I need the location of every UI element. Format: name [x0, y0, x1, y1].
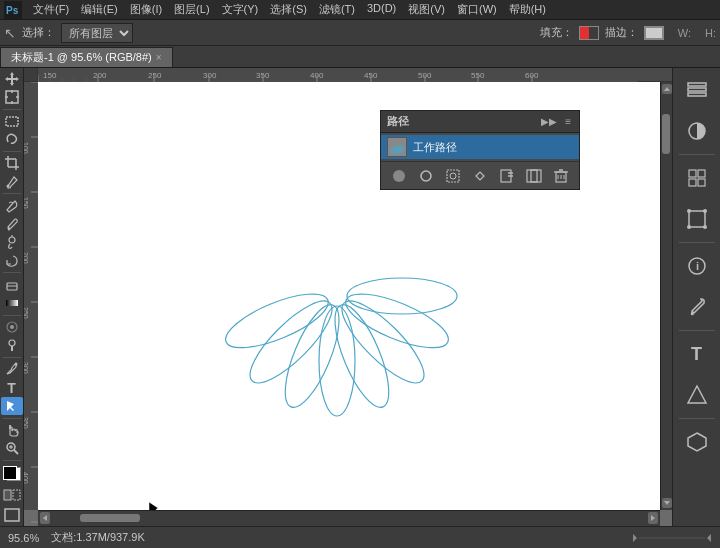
- path-item-work[interactable]: 工作路径: [381, 135, 579, 159]
- menu-filter[interactable]: 滤镜(T): [314, 1, 360, 18]
- panel-info[interactable]: i: [677, 246, 717, 286]
- ruler-left: 100 150 200 250 300 350 400 450: [24, 82, 38, 510]
- tool-pen[interactable]: [1, 361, 23, 378]
- tool-dodge[interactable]: [1, 337, 23, 354]
- status-bar: 95.6% 文档:1.37M/937.9K: [0, 526, 720, 548]
- tool-brush[interactable]: [1, 215, 23, 232]
- scroll-thumb-v[interactable]: [662, 114, 670, 154]
- panel-layers[interactable]: [677, 70, 717, 110]
- panel-adjustments[interactable]: [677, 111, 717, 151]
- svg-point-91: [687, 209, 691, 213]
- nav-arrows: [632, 531, 712, 545]
- tool-quick-mask[interactable]: [1, 486, 23, 504]
- tool-hand[interactable]: [1, 422, 23, 439]
- path-load-btn[interactable]: [443, 166, 463, 186]
- scrollbar-right[interactable]: [660, 82, 672, 510]
- svg-rect-86: [689, 170, 696, 177]
- svg-point-74: [347, 278, 457, 314]
- tool-blur[interactable]: [1, 318, 23, 335]
- tool-arrow: ↖: [4, 25, 16, 41]
- tool-screen-mode[interactable]: [1, 507, 23, 524]
- path-panel-title: 路径: [387, 114, 409, 129]
- path-new-btn[interactable]: [497, 166, 517, 186]
- tool-eraser[interactable]: [1, 276, 23, 293]
- path-thumbnail: [387, 137, 407, 157]
- svg-rect-90: [689, 211, 705, 227]
- ps-logo: Ps: [4, 1, 22, 19]
- panel-3d[interactable]: [677, 422, 717, 462]
- tool-type[interactable]: T: [1, 379, 23, 396]
- menu-file[interactable]: 文件(F): [28, 1, 74, 18]
- svg-rect-88: [689, 179, 696, 186]
- svg-rect-30: [5, 509, 19, 521]
- tool-sep-3: [3, 193, 21, 194]
- tool-spot-heal[interactable]: [1, 197, 23, 214]
- svg-point-75: [339, 283, 454, 358]
- tool-crop[interactable]: [1, 155, 23, 172]
- stroke-swatch[interactable]: [644, 26, 664, 40]
- menu-bar: Ps 文件(F) 编辑(E) 图像(I) 图层(L) 文字(Y) 选择(S) 滤…: [0, 0, 720, 20]
- menu-window[interactable]: 窗口(W): [452, 1, 502, 18]
- menu-3d[interactable]: 3D(D): [362, 1, 401, 18]
- menu-image[interactable]: 图像(I): [125, 1, 167, 18]
- select-dropdown[interactable]: 所有图层: [61, 23, 133, 43]
- fg-color[interactable]: [3, 466, 17, 480]
- menu-help[interactable]: 帮助(H): [504, 1, 551, 18]
- svg-rect-28: [4, 490, 11, 500]
- panel-transform[interactable]: [677, 199, 717, 239]
- menu-edit[interactable]: 编辑(E): [76, 1, 123, 18]
- tool-gradient[interactable]: [1, 294, 23, 311]
- path-panel-menu[interactable]: ≡: [563, 116, 573, 127]
- svg-rect-83: [688, 88, 706, 91]
- panel-channels[interactable]: [677, 158, 717, 198]
- path-stroke-btn[interactable]: [416, 166, 436, 186]
- path-panel-expand[interactable]: ▶▶: [539, 116, 559, 127]
- tool-lasso[interactable]: [1, 131, 23, 148]
- svg-rect-108: [447, 170, 459, 182]
- fill-swatch[interactable]: [579, 26, 599, 40]
- tool-artboard[interactable]: [1, 88, 23, 105]
- scroll-up-btn[interactable]: [662, 84, 672, 94]
- svg-text:100: 100: [24, 142, 29, 154]
- menu-type[interactable]: 文字(Y): [217, 1, 264, 18]
- color-swatches[interactable]: [1, 464, 23, 483]
- tool-sep-2: [3, 151, 21, 152]
- tab-close-btn[interactable]: ×: [156, 52, 162, 63]
- svg-point-19: [10, 325, 14, 329]
- width-label: W:: [678, 27, 691, 39]
- scroll-left-btn[interactable]: [40, 512, 50, 524]
- tab-bar: 未标题-1 @ 95.6% (RGB/8#) ×: [0, 46, 720, 68]
- svg-rect-84: [688, 83, 706, 86]
- scroll-down-btn[interactable]: [662, 498, 672, 508]
- tool-clone[interactable]: [1, 234, 23, 251]
- scroll-thumb-h[interactable]: [80, 514, 140, 522]
- scrollbar-bottom[interactable]: [38, 510, 660, 526]
- panel-brush-settings[interactable]: [677, 287, 717, 327]
- svg-point-81: [219, 283, 334, 358]
- path-add-btn[interactable]: [524, 166, 544, 186]
- panel-type-tool[interactable]: T: [677, 334, 717, 374]
- tool-path-select[interactable]: [1, 397, 23, 414]
- svg-point-94: [703, 225, 707, 229]
- scroll-right-btn[interactable]: [648, 512, 658, 524]
- path-delete-btn[interactable]: [551, 166, 571, 186]
- tool-history-brush[interactable]: [1, 252, 23, 269]
- svg-text:350: 350: [24, 417, 29, 429]
- path-make-btn[interactable]: [470, 166, 490, 186]
- tool-move[interactable]: [1, 70, 23, 87]
- panel-shapes[interactable]: [677, 375, 717, 415]
- svg-point-22: [14, 363, 17, 366]
- menu-view[interactable]: 视图(V): [403, 1, 450, 18]
- tool-sep-4: [3, 272, 21, 273]
- tool-eyedropper[interactable]: [1, 173, 23, 190]
- svg-marker-121: [633, 534, 637, 542]
- svg-point-20: [9, 340, 15, 346]
- path-panel-footer: [381, 161, 579, 189]
- menu-layer[interactable]: 图层(L): [169, 1, 214, 18]
- tool-sep-7: [3, 418, 21, 419]
- path-fill-btn[interactable]: [389, 166, 409, 186]
- tool-zoom[interactable]: [1, 440, 23, 457]
- tab-main[interactable]: 未标题-1 @ 95.6% (RGB/8#) ×: [0, 47, 173, 67]
- tool-select-rect[interactable]: [1, 112, 23, 129]
- menu-select[interactable]: 选择(S): [265, 1, 312, 18]
